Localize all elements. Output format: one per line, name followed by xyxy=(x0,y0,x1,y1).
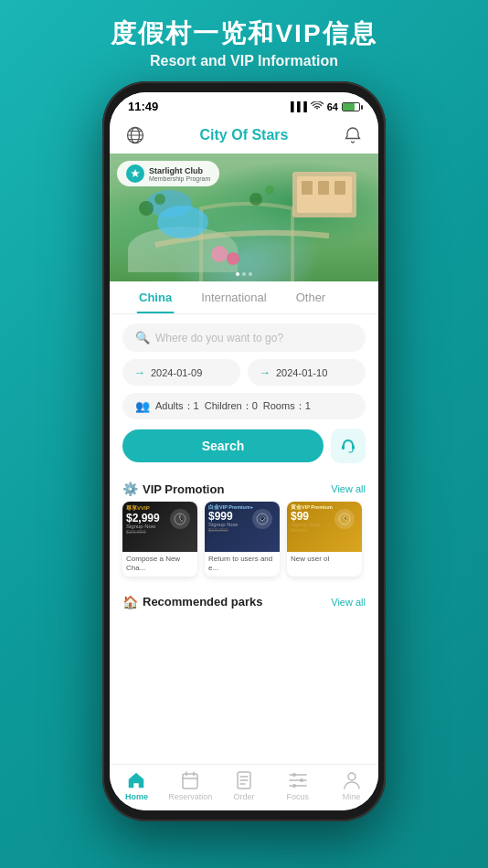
svg-rect-18 xyxy=(352,445,355,450)
battery-level: 64 xyxy=(327,101,338,112)
nav-mine[interactable]: Mine xyxy=(324,770,378,801)
tab-international[interactable]: International xyxy=(186,281,281,313)
promo-label-1: Compose a New Cha... xyxy=(122,552,197,577)
svg-point-13 xyxy=(249,193,262,206)
phone-screen: 11:49 ▐▐▐ 64 xyxy=(110,92,378,810)
children-text: Children：0 xyxy=(205,399,258,413)
nav-home[interactable]: Home xyxy=(110,770,164,801)
vip-view-all[interactable]: View all xyxy=(331,483,366,494)
promo-card-1[interactable]: 尊享VVIP $2,999 Signup Now $29,999 Compose… xyxy=(122,502,197,577)
svg-point-16 xyxy=(227,252,239,265)
guests-icon: 👥 xyxy=(135,399,150,413)
search-icon: 🔍 xyxy=(135,331,150,344)
hero-image: Starlight Club Membership Program xyxy=(110,153,378,281)
svg-rect-5 xyxy=(302,181,313,195)
globe-icon[interactable] xyxy=(124,124,146,146)
checkout-box[interactable]: → 2024-01-10 xyxy=(248,359,366,386)
headset-button[interactable] xyxy=(331,429,366,463)
nav-focus[interactable]: Focus xyxy=(271,770,324,801)
nav-home-label: Home xyxy=(125,792,148,801)
search-section: 🔍 Where do you want to go? → 2024-01-09 … xyxy=(110,314,378,472)
checkout-date: 2024-01-10 xyxy=(276,367,327,378)
svg-point-15 xyxy=(211,246,228,262)
signal-icon: ▐▐▐ xyxy=(287,101,306,111)
svg-point-24 xyxy=(292,773,296,777)
checkin-box[interactable]: → 2024-01-09 xyxy=(122,359,240,386)
svg-rect-6 xyxy=(318,181,329,195)
nav-reservation[interactable]: Reservation xyxy=(164,770,217,801)
wifi-icon xyxy=(311,101,324,112)
vip-section-header: ⚙️ VIP Promotion View all xyxy=(110,472,378,502)
app-header: City Of Stars xyxy=(110,117,378,153)
adults-text: Adults：1 xyxy=(155,399,199,413)
checkout-icon: → xyxy=(259,365,271,379)
svg-point-11 xyxy=(139,201,154,216)
guests-row: 👥 Adults：1 Children：0 Rooms：1 xyxy=(122,393,366,419)
search-button[interactable]: Search xyxy=(122,429,324,462)
recommended-header: 🏠 Recommended parks View all xyxy=(110,586,378,615)
promo-cards: 尊享VVIP $2,999 Signup Now $29,999 Compose… xyxy=(110,502,378,586)
svg-point-27 xyxy=(348,773,355,780)
club-badge-icon xyxy=(126,164,144,183)
bell-icon[interactable] xyxy=(342,124,364,146)
app-title: City Of Stars xyxy=(200,127,289,143)
status-bar: 11:49 ▐▐▐ 64 xyxy=(110,92,378,117)
promo-label-2: Return to users and e... xyxy=(205,552,280,577)
title-english: Resort and VIP Information xyxy=(111,53,377,69)
svg-point-25 xyxy=(300,778,303,782)
search-btn-row: Search xyxy=(122,429,366,463)
nav-order-label: Order xyxy=(233,792,254,801)
search-placeholder: Where do you want to go? xyxy=(155,332,283,344)
hero-aerial: Starlight Club Membership Program xyxy=(110,153,378,281)
date-row: → 2024-01-09 → 2024-01-10 xyxy=(122,359,366,386)
svg-rect-22 xyxy=(183,774,197,789)
guests-box[interactable]: 👥 Adults：1 Children：0 Rooms：1 xyxy=(122,393,366,419)
svg-point-26 xyxy=(292,784,296,788)
vip-icon: ⚙️ xyxy=(122,482,138,496)
svg-rect-7 xyxy=(334,181,345,195)
search-input-row[interactable]: 🔍 Where do you want to go? xyxy=(122,323,366,352)
svg-point-8 xyxy=(157,206,208,238)
club-sub: Membership Program xyxy=(149,175,210,182)
svg-point-12 xyxy=(154,194,165,205)
tabs: China International Other xyxy=(110,281,378,314)
club-name: Starlight Club xyxy=(149,166,210,175)
phone-body: 11:49 ▐▐▐ 64 xyxy=(102,81,386,821)
page-header: 度假村一览和VIP信息 Resort and VIP Information xyxy=(101,0,386,77)
tab-other[interactable]: Other xyxy=(281,281,341,313)
battery-icon xyxy=(342,102,360,111)
checkin-date: 2024-01-09 xyxy=(151,367,202,378)
carousel-dots xyxy=(236,272,252,276)
vip-title: ⚙️ VIP Promotion xyxy=(122,482,224,496)
recommended-title: 🏠 Recommended parks xyxy=(122,595,263,609)
title-chinese: 度假村一览和VIP信息 xyxy=(111,16,377,51)
recommended-section: 🏠 Recommended parks View all xyxy=(110,586,378,619)
svg-point-14 xyxy=(265,185,274,195)
tab-china[interactable]: China xyxy=(124,281,186,313)
svg-rect-17 xyxy=(342,445,345,450)
promo-card-3[interactable]: 黄金VIP Premium $99 Signup Now $1,000 New … xyxy=(287,502,362,577)
status-icons: ▐▐▐ 64 xyxy=(287,101,360,112)
recommended-view-all[interactable]: View all xyxy=(331,597,366,608)
rooms-text: Rooms：1 xyxy=(263,399,311,413)
nav-reservation-label: Reservation xyxy=(168,792,212,801)
nav-focus-label: Focus xyxy=(287,792,310,801)
promo-card-2[interactable]: 白金VIP Premium+ $999 Signup Now $10,000 R… xyxy=(205,502,280,577)
recommended-icon: 🏠 xyxy=(122,595,138,609)
status-time: 11:49 xyxy=(128,100,158,113)
club-badge: Starlight Club Membership Program xyxy=(117,161,219,186)
promo-label-3: New user ol xyxy=(287,552,362,566)
bottom-nav: Home Reservation Order xyxy=(110,764,378,810)
content-area: China International Other 🔍 Where do you… xyxy=(110,281,378,764)
nav-order[interactable]: Order xyxy=(217,770,271,801)
phone-frame: 11:49 ▐▐▐ 64 xyxy=(102,81,386,821)
checkin-icon: → xyxy=(133,365,145,379)
nav-mine-label: Mine xyxy=(343,792,361,801)
